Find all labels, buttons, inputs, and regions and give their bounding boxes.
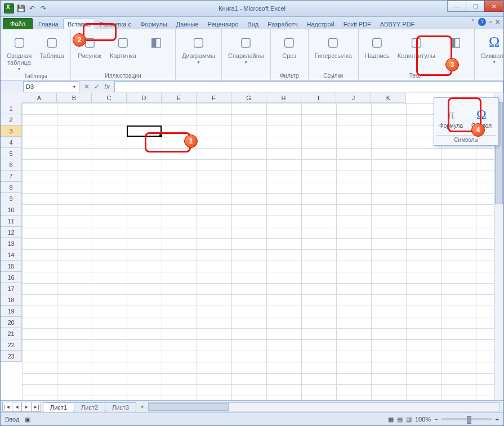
hscroll-thumb[interactable]	[149, 403, 229, 411]
tab-abbyy pdf[interactable]: ABBYY PDF	[376, 19, 420, 29]
row-header[interactable]: 1	[1, 103, 22, 114]
column-header[interactable]: E	[162, 93, 197, 103]
tab-foxit pdf[interactable]: Foxit PDF	[339, 19, 376, 29]
zoom-in-icon[interactable]: +	[496, 416, 499, 423]
row-header[interactable]: 16	[1, 272, 22, 283]
column-header[interactable]: G	[231, 93, 266, 103]
row-header[interactable]: 19	[1, 306, 22, 317]
sheet-nav-prev-icon[interactable]: ◄	[12, 402, 22, 412]
row-header[interactable]: 18	[1, 294, 22, 306]
maximize-button[interactable]: ☐	[466, 1, 485, 12]
row-header[interactable]: 15	[1, 261, 22, 272]
row-header[interactable]: 13	[1, 238, 22, 249]
column-header[interactable]: I	[301, 93, 336, 103]
help-icon[interactable]: ?	[478, 18, 486, 26]
view-layout-icon[interactable]: ▤	[397, 416, 403, 423]
ribbon-button[interactable]: ▢Картинка	[107, 32, 139, 61]
sheet-nav-first-icon[interactable]: |◄	[2, 402, 12, 412]
view-break-icon[interactable]: ▧	[406, 416, 412, 423]
row-header[interactable]: 12	[1, 227, 22, 238]
sheet-tab[interactable]: Лист1	[43, 402, 74, 412]
tab-данные[interactable]: Данные	[172, 19, 203, 29]
row-header[interactable]: 3	[1, 125, 22, 137]
ribbon-button[interactable]: ◧	[141, 32, 172, 53]
tab-file[interactable]: Файл	[3, 18, 33, 29]
ribbon-minimize-icon[interactable]: ˄	[471, 19, 475, 26]
cells-area[interactable]	[22, 103, 503, 401]
column-header[interactable]: D	[127, 93, 162, 103]
row-header[interactable]: 2	[1, 114, 22, 125]
row-header[interactable]: 9	[1, 193, 22, 204]
sheet-nav-next-icon[interactable]: ►	[21, 402, 32, 412]
chevron-down-icon[interactable]: ▼	[72, 84, 77, 89]
tab-вставка[interactable]: Вставка	[63, 19, 95, 29]
redo-icon[interactable]: ↷	[39, 4, 48, 13]
ribbon-button[interactable]: ▢Таблица	[37, 32, 67, 61]
undo-icon[interactable]: ↶	[28, 4, 37, 13]
ribbon-button[interactable]: ◧	[440, 32, 471, 53]
column-header[interactable]: H	[266, 93, 301, 103]
tab-разработч[interactable]: Разработч	[263, 19, 302, 29]
cancel-icon[interactable]: ✕	[83, 83, 91, 91]
tab-главна[interactable]: Главна	[34, 19, 63, 29]
row-header[interactable]: 17	[1, 283, 22, 294]
row-header[interactable]: 21	[1, 328, 22, 339]
ribbon-options-icon[interactable]: ▫	[489, 19, 492, 25]
ribbon-button-label: Рисунок	[78, 52, 101, 59]
sheet-nav-last-icon[interactable]: ►|	[31, 402, 41, 412]
tab-формулы[interactable]: Формулы	[136, 19, 172, 29]
fx-icon[interactable]: fx	[103, 83, 111, 91]
ribbon-button[interactable]: ▢Спарклайны▼	[225, 32, 267, 66]
tab-надстрой[interactable]: Надстрой	[302, 19, 338, 29]
zoom-level[interactable]: 100%	[415, 416, 431, 423]
sheet-tab[interactable]: Лист2	[74, 402, 105, 412]
tab-разметка с[interactable]: Разметка с	[95, 19, 136, 29]
ribbon-button[interactable]: ▢Рисунок	[74, 32, 105, 61]
macro-record-icon[interactable]: ▣	[25, 416, 30, 423]
ribbon-button[interactable]: ΩСимволы▼	[478, 32, 504, 66]
row-header[interactable]: 23	[1, 351, 22, 362]
minimize-button[interactable]: —	[447, 1, 466, 12]
select-all-corner[interactable]	[1, 93, 23, 104]
zoom-out-icon[interactable]: −	[434, 416, 438, 423]
column-header[interactable]: K	[371, 93, 406, 103]
row-header[interactable]: 10	[1, 204, 22, 216]
close-button[interactable]: ✕	[484, 1, 503, 12]
horizontal-scrollbar[interactable]	[148, 402, 500, 411]
column-header[interactable]: A	[22, 93, 57, 103]
ribbon-button[interactable]: ▢Гиперссылка	[312, 32, 355, 61]
ribbon-button[interactable]: ▢Диаграммы▼	[179, 32, 218, 66]
column-header[interactable]: F	[197, 93, 231, 103]
row-header[interactable]: 7	[1, 171, 22, 182]
column-header[interactable]: J	[336, 93, 371, 103]
formula-input[interactable]	[114, 81, 503, 92]
save-icon[interactable]: 💾	[16, 4, 25, 13]
row-header[interactable]: 20	[1, 317, 22, 328]
ribbon-button[interactable]: ▢Колонтитулы	[395, 32, 438, 61]
active-cell-d3[interactable]	[127, 125, 162, 137]
enter-icon[interactable]: ✓	[93, 83, 101, 91]
worksheet-grid[interactable]: ABCDEFGHIJK 1234567891011121314151617181…	[1, 93, 503, 401]
ribbon-button[interactable]: ▢Надпись	[362, 32, 393, 61]
equation-button[interactable]: π Формула	[436, 100, 466, 135]
tab-рецензиро[interactable]: Рецензиро	[203, 19, 243, 29]
tab-вид[interactable]: Вид	[243, 19, 263, 29]
column-header[interactable]: B	[57, 93, 92, 103]
new-sheet-icon[interactable]: ✦	[140, 403, 145, 411]
zoom-slider[interactable]	[441, 418, 492, 420]
name-box[interactable]: D3 ▼	[23, 81, 79, 92]
sheet-tab[interactable]: Лист3	[105, 402, 136, 412]
column-header[interactable]: C	[92, 93, 127, 103]
row-header[interactable]: 22	[1, 339, 22, 351]
row-header[interactable]: 11	[1, 216, 22, 227]
row-header[interactable]: 5	[1, 148, 22, 159]
mdi-close-icon[interactable]: ✕	[495, 19, 500, 26]
symbol-button[interactable]: Ω Символ	[467, 100, 496, 135]
row-header[interactable]: 8	[1, 182, 22, 193]
row-header[interactable]: 6	[1, 159, 22, 171]
ribbon-button[interactable]: ▢Срез	[274, 32, 305, 61]
ribbon-button[interactable]: ▢Своднаятаблица▼	[4, 32, 34, 73]
row-header[interactable]: 4	[1, 137, 22, 148]
view-normal-icon[interactable]: ▦	[388, 416, 394, 423]
row-header[interactable]: 14	[1, 249, 22, 261]
